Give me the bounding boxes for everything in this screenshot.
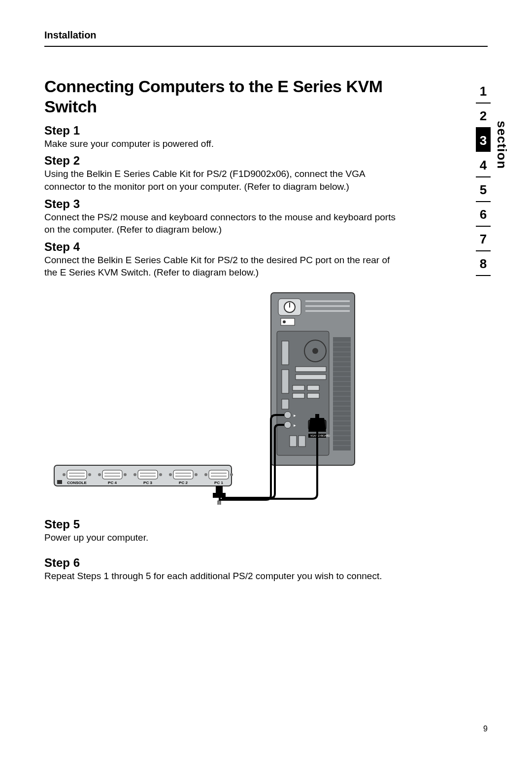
step-1-heading: Step 1: [44, 124, 404, 138]
svg-text:▶: ▶: [294, 414, 296, 417]
step-5-heading: Step 5: [44, 518, 404, 531]
connection-diagram: ▶ ▶ VGA/KEYBOARD: [44, 288, 404, 505]
svg-point-21: [284, 412, 291, 418]
svg-rect-26: [290, 436, 297, 447]
step-1-body: Make sure your computer is powered off.: [44, 138, 404, 150]
svg-point-68: [230, 473, 233, 476]
step-5-body: Power up your computer.: [44, 531, 404, 544]
step-2-heading: Step 2: [44, 154, 404, 168]
step-3-body: Connect the PS/2 mouse and keyboard conn…: [44, 211, 404, 236]
step-2-body: Using the Belkin E Series Cable Kit for …: [44, 168, 404, 193]
svg-point-66: [195, 473, 198, 476]
section-header: Installation: [44, 30, 488, 41]
svg-text:CONSOLE: CONSOLE: [67, 481, 87, 485]
svg-text:VGA/KEYBOARD: VGA/KEYBOARD: [310, 434, 330, 437]
svg-rect-16: [296, 375, 326, 380]
step-6-body: Repeat Steps 1 through 5 for each additi…: [44, 570, 404, 583]
svg-rect-87: [218, 501, 221, 505]
svg-text:PC 1: PC 1: [214, 481, 223, 485]
svg-rect-58: [209, 470, 229, 479]
section-nav-7: 7: [476, 227, 491, 251]
step-4-body: Connect the Belkin E Series Cable Kit fo…: [44, 254, 404, 279]
svg-rect-57: [173, 470, 193, 479]
svg-rect-86: [213, 493, 226, 498]
section-nav: 1 2 3 4 5 6 7 8: [473, 79, 494, 276]
svg-rect-84: [57, 480, 62, 484]
section-nav-4: 4: [476, 153, 491, 177]
svg-rect-55: [102, 470, 122, 479]
svg-point-65: [169, 473, 172, 476]
svg-text:PC 4: PC 4: [108, 481, 117, 485]
svg-rect-54: [67, 470, 87, 479]
computer-tower-icon: ▶ ▶ VGA/KEYBOARD: [271, 293, 355, 465]
svg-point-62: [124, 473, 127, 476]
svg-rect-14: [282, 399, 289, 409]
svg-text:▶: ▶: [294, 424, 296, 427]
svg-rect-27: [299, 436, 305, 447]
step-6-heading: Step 6: [44, 556, 404, 570]
svg-rect-18: [307, 385, 319, 390]
svg-point-22: [284, 421, 291, 428]
svg-rect-17: [293, 385, 304, 390]
svg-rect-13: [282, 370, 289, 393]
section-nav-6: 6: [476, 202, 491, 227]
svg-point-61: [98, 473, 101, 476]
svg-rect-56: [138, 470, 158, 479]
svg-point-8: [283, 320, 286, 323]
page-title: Connecting Computers to the E Series KVM…: [44, 76, 404, 117]
header-divider: [44, 46, 488, 47]
svg-point-60: [88, 473, 91, 476]
svg-rect-15: [296, 367, 326, 372]
section-nav-5: 5: [476, 177, 491, 202]
svg-rect-85: [315, 414, 319, 418]
page-number: 9: [483, 725, 488, 733]
svg-point-59: [63, 473, 66, 476]
svg-rect-19: [293, 393, 304, 398]
kvm-plug-icon: [216, 486, 223, 493]
svg-rect-12: [282, 341, 289, 365]
svg-point-67: [204, 473, 207, 476]
section-nav-1: 1: [476, 79, 491, 104]
section-nav-label: section: [494, 121, 509, 169]
step-4-heading: Step 4: [44, 240, 404, 254]
svg-rect-20: [307, 393, 319, 398]
svg-point-63: [133, 473, 136, 476]
section-nav-8: 8: [476, 251, 491, 276]
section-nav-2: 2: [476, 104, 491, 128]
svg-rect-30: [333, 337, 351, 450]
svg-text:PC 2: PC 2: [179, 481, 188, 485]
svg-text:PC 3: PC 3: [143, 481, 152, 485]
svg-point-64: [159, 473, 162, 476]
step-3-heading: Step 3: [44, 197, 404, 211]
section-nav-3: 3: [476, 128, 491, 152]
kvm-switch-icon: CONSOLE PC 4 PC 3 PC 2 PC 1: [54, 465, 233, 486]
svg-point-11: [312, 348, 318, 354]
